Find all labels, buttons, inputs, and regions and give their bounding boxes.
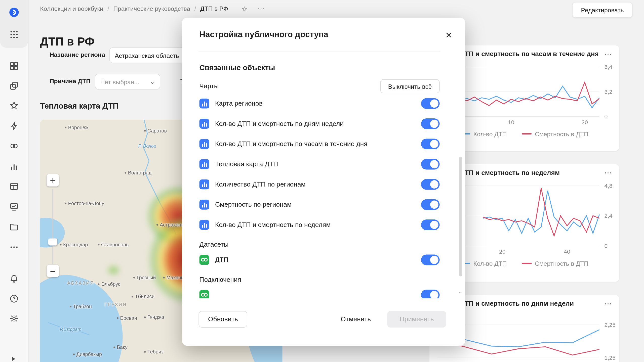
update-button[interactable]: Обновить [198, 311, 247, 328]
chart-row: Кол-во ДТП и смертность по дням недели [199, 113, 440, 133]
notifications-bell-icon[interactable] [8, 273, 20, 284]
object-label: Кол-во ДТП и смертность по часам в течен… [215, 140, 415, 148]
zoom-in-button[interactable]: + [47, 174, 59, 187]
object-label: ДТП [215, 256, 415, 263]
city-label: Эльбрус [98, 281, 120, 287]
scroll-down-icon: ⌄ [458, 288, 463, 294]
disable-all-button[interactable]: Выключить всё [380, 79, 440, 93]
zoom-slider-handle[interactable]: ······ [48, 238, 57, 245]
city-label: Ставрополь [98, 242, 129, 248]
map-label-text: ГРУЗИЯ [104, 302, 127, 307]
toggle-switch[interactable] [421, 98, 440, 109]
connections-icon[interactable] [8, 140, 20, 152]
toggle-switch[interactable] [421, 254, 440, 265]
dataset-icon [199, 255, 209, 264]
object-label: Карта регионов [215, 100, 415, 107]
toggle-switch[interactable] [421, 139, 440, 149]
more-icon[interactable] [8, 241, 20, 253]
map-label-text: АБХАЗИЯ [67, 281, 94, 286]
city-label: Диярбакыр [73, 351, 102, 357]
object-label: Смертность по регионам [215, 201, 415, 208]
settings-gear-icon[interactable] [8, 313, 20, 324]
legend-swatch [522, 133, 532, 134]
legend-label: Кол-во ДТП [473, 260, 507, 267]
help-icon[interactable] [8, 293, 20, 304]
modal-footer: Обновить Отменить Применить [182, 298, 465, 346]
map-label-text: Диярбакыр [76, 351, 102, 357]
region-label: ГРУЗИЯ [104, 302, 127, 307]
chart-menu-icon[interactable]: ⋯ [603, 50, 613, 58]
city-dot-icon [60, 244, 62, 246]
city-dot-icon [73, 354, 75, 355]
y-axis-label: 2,4 [604, 212, 612, 219]
connections-group-label: Подключения [199, 275, 440, 285]
y-axis-label: 6,4 [604, 64, 612, 70]
toggle-switch[interactable] [421, 159, 440, 169]
storage-folder-icon[interactable] [8, 221, 20, 233]
city-label: Ростов-на-Дону [65, 201, 104, 206]
toggle-knob [430, 140, 438, 148]
chart-menu-icon[interactable]: ⋯ [603, 169, 613, 177]
toggle-switch[interactable] [421, 179, 440, 190]
toggle-knob [430, 220, 438, 229]
apps-grid-icon[interactable] [8, 29, 20, 40]
toggle-switch[interactable] [421, 289, 440, 298]
city-label: Воронеж [65, 125, 89, 130]
x-axis-label: 10 [508, 119, 514, 125]
modal-scrollbar-thumb[interactable] [459, 157, 462, 277]
related-objects-title: Связанные объекты [199, 63, 440, 72]
object-label: Кол-во ДТП и смертность по неделям [215, 221, 415, 229]
breadcrumb-more-icon[interactable]: ⋯ [258, 5, 265, 13]
legend-swatch [522, 263, 532, 264]
breadcrumb-item[interactable]: Практические руководства [113, 5, 190, 12]
city-dot-icon [98, 284, 100, 285]
breadcrumb: Коллекции и воркбуки/Практические руково… [40, 5, 228, 12]
map-label-text: Баку [117, 344, 128, 350]
breadcrumb-item[interactable]: ДТП в РФ [200, 5, 228, 12]
y-axis-label: 3,2 [604, 88, 612, 95]
toggle-switch[interactable] [421, 219, 440, 230]
cause-select-value: Нет выбран... [100, 78, 139, 85]
monitoring-icon[interactable] [8, 201, 20, 212]
toggle-knob [430, 180, 438, 188]
charts-icon[interactable] [8, 161, 20, 172]
dashboards-icon[interactable] [8, 60, 20, 72]
datalens-logo-icon[interactable] [7, 5, 21, 20]
edit-button[interactable]: Редактировать [572, 2, 632, 18]
legend-label: Смертность в ДТП [535, 260, 588, 267]
chart-menu-icon[interactable]: ⋯ [603, 300, 613, 307]
breadcrumb-item[interactable]: Коллекции и воркбуки [40, 5, 103, 12]
favorite-star-icon[interactable]: ☆ [242, 5, 248, 14]
city-label: Волгоград [125, 170, 152, 176]
toggle-knob [430, 200, 438, 209]
cancel-button[interactable]: Отменить [334, 311, 377, 328]
legend-item: Кол-во ДТП [460, 260, 507, 267]
favorites-star-icon[interactable] [8, 100, 20, 111]
cause-select[interactable]: Нет выбран... ⌄ [95, 74, 160, 89]
actions-lightning-icon[interactable] [8, 120, 20, 132]
toggle-knob [430, 160, 438, 168]
series-line-red [483, 188, 599, 236]
chart-icon [199, 220, 209, 230]
toggle-switch[interactable] [421, 118, 440, 129]
tables-icon[interactable] [8, 181, 20, 192]
modal-dataset-list: ДТП [199, 250, 440, 270]
y-axis-label: 1,25 [604, 354, 616, 361]
map-label-text: Эльбрус [101, 281, 120, 287]
zoom-slider-track [52, 189, 53, 264]
apply-button[interactable]: Применить [387, 311, 446, 328]
toggle-switch[interactable] [421, 199, 440, 210]
city-label: Тбилиси [132, 294, 154, 299]
expand-sidebar-icon[interactable] [8, 353, 19, 362]
city-dot-icon [65, 127, 67, 128]
map-label-text: Волгоград [128, 170, 151, 176]
chart-row: Кол-во ДТП и смертность по неделям [199, 214, 440, 235]
map-label-text: Тебриз [147, 349, 164, 355]
x-axis-label: 20 [499, 248, 506, 255]
workbooks-icon[interactable] [8, 80, 20, 92]
app-root: Коллекции и воркбуки/Практические руково… [0, 0, 644, 362]
zoom-out-button[interactable]: − [47, 265, 59, 277]
charts-group-header: Чарты Выключить всё [199, 79, 440, 93]
close-icon[interactable]: ✕ [442, 28, 456, 42]
chart-icon [199, 139, 209, 149]
